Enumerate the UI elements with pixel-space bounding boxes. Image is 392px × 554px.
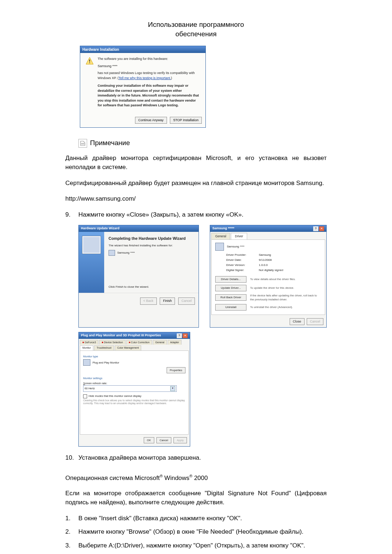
close-icon[interactable]: × (319, 226, 324, 231)
kv-date: Driver Date:9/11/2008 (226, 258, 321, 262)
monprops-titlebar: Plug and Play Monitor and 3D Prophet III… (79, 332, 190, 339)
wizard-back-button: < Back (140, 297, 157, 305)
wizard-sidebar-image (82, 236, 101, 254)
props-panel: Samsung **** Driver Provider:Samsung Dri… (211, 239, 325, 315)
refresh-rate-select[interactable]: 60 Hertz ▾ (83, 385, 177, 392)
step-10: 10. Установка драйвера монитора завершен… (65, 453, 327, 463)
wizard-sidebar (79, 232, 104, 293)
tab-troubleshoot[interactable]: Troubleshoot (94, 345, 114, 350)
tab-general-2[interactable]: General (153, 340, 167, 345)
monprops-title-text: Plug and Play Monitor and 3D Prophet III… (81, 333, 161, 338)
wizard-device-name: Samsung **** (117, 251, 135, 255)
dialog-body: The software you are installing for this… (80, 53, 205, 112)
monprops-bottom-buttons: OK Cancel Apply (79, 436, 190, 446)
continue-anyway-button[interactable]: Continue Anyway (135, 117, 167, 124)
help-button[interactable]: ? (177, 333, 182, 338)
tab-color-correction[interactable]: ■ Color Correction (126, 340, 152, 345)
wizard-device-row: Samsung **** (109, 250, 194, 256)
update-driver-desc: To update the driver for this device. (250, 286, 321, 290)
win2000-intro: Если на мониторе отображается сообщение … (65, 489, 327, 507)
window-controls: ? × (313, 226, 324, 231)
step-9: 9. Нажмите кнопку «Close» (Закрыть), а з… (65, 210, 327, 219)
tell-me-why-link[interactable]: Tell me why this testing is important. (119, 76, 171, 80)
tab-adapter[interactable]: Adapter (168, 340, 182, 345)
tab-color-management[interactable]: Color Management (115, 345, 142, 350)
tab-geforce3[interactable]: ■ GeForce3 (80, 340, 98, 345)
apply-button: Apply (173, 437, 187, 443)
wizard-buttons: < Back Finish Cancel (79, 293, 199, 308)
monprops-panel: Monitor type Plug and Play Monitor Prope… (80, 350, 189, 435)
hardware-update-wizard-dialog: Hardware Update Wizard Completing the Ha… (78, 225, 199, 328)
wizard-main: Completing the Hardware Update Wizard Th… (104, 232, 199, 293)
header-line-2: обеспечения (65, 29, 327, 39)
props-tabs: General Driver (210, 233, 326, 239)
close-icon[interactable]: × (183, 333, 188, 338)
monitor-icon (83, 359, 90, 366)
monitor-properties-button[interactable]: Properties (167, 367, 185, 373)
monprops-tabs: ■ GeForce3 ■ Device Selection ■ Color Co… (79, 339, 190, 350)
wizard-finish-button[interactable]: Finish (160, 297, 175, 305)
props-device-header: Samsung **** (215, 243, 321, 251)
w2k-step-1-num: 1. (65, 514, 78, 523)
step-list-10: 10. Установка драйвера монитора завершен… (65, 453, 327, 463)
tab-driver[interactable]: Driver (231, 233, 247, 239)
wizard-titlebar: Hardware Update Wizard (79, 225, 199, 232)
screenshots-row: Hardware Update Wizard Completing the Ha… (78, 225, 327, 328)
dlg-warning-bold: Continuing your installation of this sof… (98, 83, 200, 108)
svg-rect-2 (89, 62, 90, 63)
wizard-line-2: Click Finish to close the wizard. (109, 285, 194, 289)
props-device-name: Samsung **** (227, 245, 244, 249)
props-close-button[interactable]: Close (290, 318, 305, 325)
dialog-text: The software you are installing for this… (98, 57, 200, 108)
monitor-settings-label: Monitor settings (83, 376, 185, 380)
display-properties-dialog: Plug and Play Monitor and 3D Prophet III… (78, 332, 190, 447)
chevron-down-icon[interactable]: ▾ (170, 386, 175, 391)
hide-modes-label: Hide modes that this monitor cannot disp… (89, 394, 142, 398)
cancel-button[interactable]: Cancel (156, 437, 171, 443)
w2k-step-2: 2. Нажмите кнопку "Browse" (Обзор) в окн… (65, 527, 327, 537)
page-body: Hardware Installation The software you a… (65, 46, 327, 554)
step-list-9: 9. Нажмите кнопку «Close» (Закрыть), а з… (65, 210, 327, 219)
driver-details-button[interactable]: Driver Details... (215, 276, 246, 283)
step-9-num: 9. (65, 210, 78, 219)
dialog-buttons: Continue Anyway STOP Installation (80, 112, 205, 128)
step-9-text: Нажмите кнопку «Close» (Закрыть), а зате… (78, 210, 327, 219)
kv-provider: Driver Provider:Samsung (226, 253, 321, 257)
ok-button[interactable]: OK (144, 437, 154, 443)
hide-modes-checkbox[interactable] (83, 394, 87, 398)
props-cancel-button: Cancel (307, 318, 323, 325)
driver-details-desc: To view details about the driver files. (250, 277, 321, 282)
warning-icon (85, 57, 94, 65)
tab-general[interactable]: General (211, 233, 230, 239)
props-kv-block: Driver Provider:Samsung Driver Date:9/11… (226, 253, 321, 272)
window-controls: ? × (177, 333, 188, 338)
tab-monitor[interactable]: Monitor (80, 345, 93, 350)
uninstall-button[interactable]: Uninstall (215, 304, 246, 311)
win2000-steps: 1. В окне "Insert disk" (Вставка диска) … (65, 514, 327, 550)
svg-rect-1 (89, 59, 90, 62)
rollback-driver-desc: If the device fails after updating the d… (250, 294, 321, 302)
note-icon (78, 139, 87, 148)
help-button[interactable]: ? (313, 226, 318, 231)
note-title: Примечание (90, 138, 130, 148)
wizard-heading: Completing the Hardware Update Wizard (109, 235, 194, 242)
reg-mark-2: ® (189, 474, 192, 478)
header-line-1: Использование программного (65, 20, 327, 29)
update-driver-button[interactable]: Update Driver... (215, 285, 246, 291)
tab-device-selection[interactable]: ■ Device Selection (99, 340, 125, 345)
monitor-type-label: Monitor type (83, 354, 185, 358)
hide-modes-description: Clearing this check box allows you to se… (83, 399, 185, 405)
kv-version: Driver Version:1.0.0.0 (226, 263, 321, 267)
reg-mark-1: ® (160, 474, 163, 478)
hide-modes-checkbox-row: Hide modes that this monitor cannot disp… (83, 394, 185, 398)
w2k-step-3: 3. Выберите A:(D:\Driver), нажмите кнопк… (65, 541, 327, 550)
page: Использование программного обеспечения H… (0, 0, 392, 554)
stop-installation-button[interactable]: STOP Installation (170, 117, 202, 124)
dlg-line-1: The software you are installing for this… (98, 57, 200, 62)
row-details: Driver Details... To view details about … (215, 276, 321, 283)
rollback-driver-button[interactable]: Roll Back Driver (215, 294, 246, 301)
hardware-installation-dialog: Hardware Installation The software you a… (80, 46, 206, 128)
note-paragraph-2: Сертифицированный драйвер будет размещен… (65, 178, 327, 188)
samsung-url: http://www.samsung.com/ (65, 194, 327, 204)
w2k-step-1: 1. В окне "Insert disk" (Вставка диска) … (65, 514, 327, 523)
